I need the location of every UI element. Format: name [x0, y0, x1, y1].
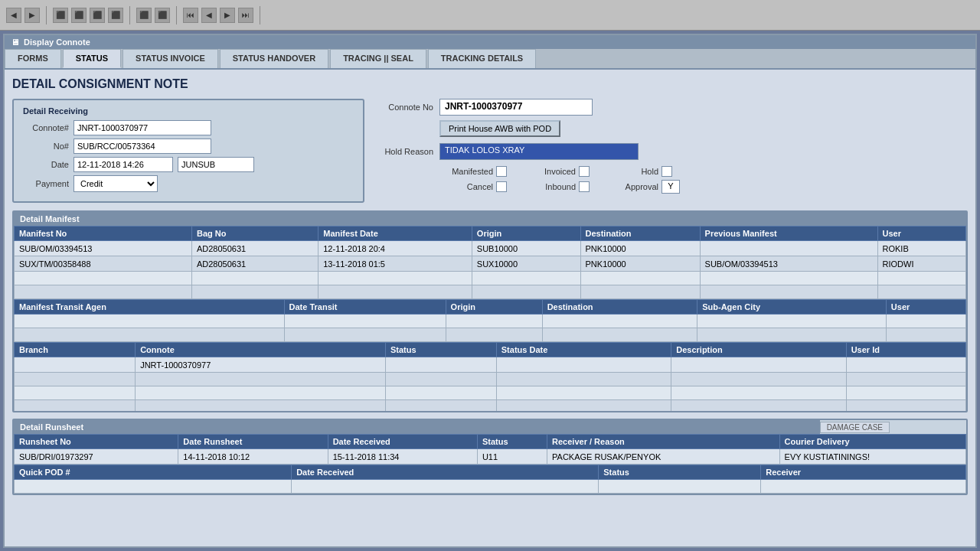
toolbar-sep-4	[260, 6, 260, 24]
hold-checkbox[interactable]	[662, 166, 672, 177]
cancel-checkbox[interactable]	[496, 181, 507, 192]
inbound-item: Inbound	[522, 180, 590, 194]
runsheet-table: Runsheet No Date Runsheet Date Received …	[14, 434, 966, 465]
manifested-checkbox[interactable]	[496, 166, 507, 177]
runsheet-col-5: Courier Delivery	[779, 435, 965, 449]
qpod-col-0: Quick POD #	[15, 465, 292, 480]
status-col-branch: Branch	[15, 343, 136, 357]
toolbar-icon-1[interactable]: ⬛	[53, 8, 68, 23]
runsheet-col-1: Date Runsheet	[178, 435, 328, 449]
runsheet-row-0: SUB/DRI/0197329714-11-2018 10:1215-11-20…	[15, 449, 966, 465]
quick-pod-wrapper: Quick POD # Date Received Status Receive…	[14, 465, 966, 494]
transit-col-2: Origin	[446, 300, 542, 315]
status-col-user-id: User Id	[846, 343, 965, 357]
transit-col-1: Date Transit	[284, 300, 446, 315]
toolbar-sep-2	[129, 6, 130, 24]
transit-col-3: Destination	[542, 300, 697, 315]
window-title-bar: 🖥 Display Connote	[5, 35, 975, 49]
runsheet-header: Detail Runsheet	[14, 420, 820, 434]
status-empty-row	[15, 373, 966, 386]
hold-reason-value: TIDAK LOLOS XRAY	[439, 143, 639, 160]
manifest-table-wrapper: Manifest No Bag No Manifest Date Origin …	[14, 226, 966, 299]
cancel-item: Cancel	[439, 180, 507, 194]
toolbar-icon-back[interactable]: ◀	[6, 8, 21, 23]
transit-table-wrapper: Manifest Transit Agen Date Transit Origi…	[14, 299, 966, 342]
tab-status[interactable]: STATUS	[63, 49, 121, 68]
tab-bar: FORMS STATUS STATUS INVOICE STATUS HANDO…	[5, 49, 975, 70]
inbound-label: Inbound	[522, 182, 576, 191]
toolbar-icon-nav4[interactable]: ⏭	[238, 8, 253, 23]
transit-col-4: Sub-Agen City	[697, 300, 887, 315]
transit-empty-row-1	[15, 315, 966, 328]
transit-empty-row-2	[15, 328, 966, 342]
transit-table: Manifest Transit Agen Date Transit Origi…	[14, 299, 966, 342]
no-input[interactable]	[74, 139, 211, 154]
date-row: Date	[23, 157, 354, 172]
window-title-icon: 🖥	[11, 37, 19, 47]
toolbar-icon-nav3[interactable]: ▶	[220, 8, 235, 23]
invoiced-label: Invoiced	[522, 167, 576, 176]
tab-forms[interactable]: FORMS	[5, 49, 61, 68]
status-row2: Cancel Inbound Approval Y	[439, 180, 968, 194]
damage-case-label: DAMAGE CASE	[820, 422, 890, 433]
status-row1: Manifested Invoiced Hold	[439, 166, 968, 177]
print-awb-button[interactable]: Print House AWB with POD	[439, 120, 560, 137]
connote-no-row: Connote No JNRT-1000370977	[372, 99, 968, 116]
manifest-row-0: SUB/OM/03394513AD2805063112-11-2018 20:4…	[15, 241, 966, 256]
status-table: Branch Connote Status Status Date Descri…	[14, 342, 966, 411]
approval-label: Approval	[605, 182, 658, 191]
toolbar-icon-3[interactable]: ⬛	[90, 8, 105, 23]
window-title-text: Display Connote	[24, 37, 90, 47]
runsheet-col-0: Runsheet No	[15, 435, 178, 449]
manifest-col-user: User	[877, 227, 966, 241]
manifest-col-origin: Origin	[472, 227, 580, 241]
toolbar-icon-nav2[interactable]: ◀	[201, 8, 217, 23]
connote-row: Connote#	[23, 120, 354, 135]
date-name-input[interactable]	[178, 157, 254, 172]
detail-manifest-section: Detail Manifest Manifest No Bag No Manif…	[12, 210, 968, 412]
hold-label: Hold	[605, 167, 658, 176]
invoiced-checkbox[interactable]	[579, 166, 590, 177]
main-window: 🖥 Display Connote FORMS STATUS STATUS IN…	[3, 34, 977, 548]
toolbar-icon-6[interactable]: ⬛	[155, 8, 170, 23]
manifest-col-manifest-no: Manifest No	[15, 227, 192, 241]
tab-status-handover[interactable]: STATUS HANDOVER	[220, 49, 328, 68]
top-section: Detail Receiving Connote# No# Date Payme…	[12, 99, 968, 203]
date-label: Date	[23, 160, 69, 169]
manifest-col-destination: Destination	[580, 227, 700, 241]
transit-col-0: Manifest Transit Agen	[15, 300, 285, 315]
inbound-checkbox[interactable]	[579, 181, 590, 192]
detail-receiving-box: Detail Receiving Connote# No# Date Payme…	[12, 99, 364, 203]
runsheet-table-wrapper: Runsheet No Date Runsheet Date Received …	[14, 434, 966, 465]
connote-label: Connote#	[23, 123, 69, 132]
status-col-status-date: Status Date	[496, 343, 671, 357]
toolbar-sep-1	[46, 6, 47, 24]
manifest-empty-row	[15, 272, 966, 285]
connote-input[interactable]	[74, 120, 211, 135]
manifest-col-previous-manifest: Previous Manifest	[700, 227, 877, 241]
tab-status-invoice[interactable]: STATUS INVOICE	[122, 49, 218, 68]
toolbar-icon-5[interactable]: ⬛	[136, 8, 152, 23]
runsheet-col-2: Date Received	[328, 435, 477, 449]
date-input[interactable]	[74, 157, 173, 172]
quick-pod-table: Quick POD # Date Received Status Receive…	[14, 465, 966, 494]
runsheet-col-4: Receiver / Reason	[547, 435, 780, 449]
no-label: No#	[23, 142, 69, 151]
manifested-item: Manifested	[439, 166, 507, 177]
toolbar-icon-2[interactable]: ⬛	[71, 8, 87, 23]
status-col-status: Status	[385, 343, 496, 357]
connote-no-value: JNRT-1000370977	[439, 99, 593, 116]
toolbar-icon-fwd[interactable]: ▶	[24, 8, 40, 23]
status-table-wrapper: Branch Connote Status Status Date Descri…	[14, 342, 966, 411]
no-row: No#	[23, 139, 354, 154]
status-col-description: Description	[671, 343, 846, 357]
tab-tracing-seal[interactable]: TRACING || SEAL	[330, 49, 426, 68]
qpod-col-3: Receiver	[761, 465, 966, 480]
detail-manifest-header: Detail Manifest	[14, 212, 966, 226]
status-col-connote: Connote	[136, 343, 386, 357]
payment-select[interactable]: Credit	[74, 175, 158, 192]
toolbar-icon-nav1[interactable]: ⏮	[183, 8, 198, 23]
tab-tracking-details[interactable]: TRACKING DETAILS	[428, 49, 536, 68]
manifest-table: Manifest No Bag No Manifest Date Origin …	[14, 226, 966, 299]
toolbar-icon-4[interactable]: ⬛	[108, 8, 123, 23]
